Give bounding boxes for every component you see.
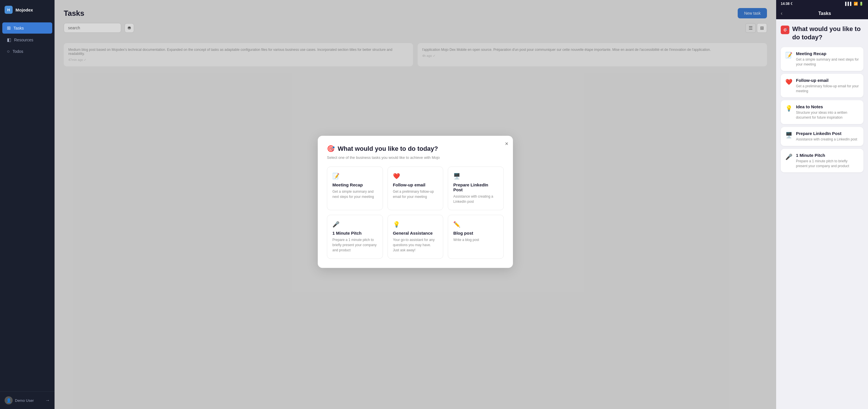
task-card-desc-linkedin-post: Assistance with creating a LinkedIn post <box>453 194 498 204</box>
phone-content: 🎯 What would you like to do today? 📝 Mee… <box>776 19 868 409</box>
sidebar-item-resources-label: Resources <box>14 38 33 42</box>
todos-icon: ○ <box>7 49 10 54</box>
task-card-title-meeting-recap: Meeting Recap <box>332 182 377 187</box>
task-selection-modal: × 🎯 What would you like to do today? Sel… <box>318 136 513 268</box>
tasks-icon: ⊞ <box>7 25 11 31</box>
app-name: Mojodex <box>16 7 33 12</box>
phone-task-desc-idea-to-notes: Structure your ideas into a written docu… <box>796 110 859 120</box>
phone-task-title-followup-email: Follow-up email <box>796 78 859 83</box>
task-card-title-linkedin-post: Prepare LinkedIn Post <box>453 182 498 192</box>
app-logo-icon: H <box>5 6 12 14</box>
modal-subtitle: Select one of the business tasks you wou… <box>327 155 504 160</box>
phone-task-icon-followup-email: ❤️ <box>785 79 793 85</box>
phone-nav: ‹ Tasks <box>776 7 868 19</box>
phone-task-item-idea-to-notes[interactable]: 💡 Idea to Notes Structure your ideas int… <box>781 100 863 124</box>
phone-task-info-linkedin-post: Prepare LinkedIn Post Assistance with cr… <box>796 131 857 142</box>
task-card-desc-minute-pitch: Prepare a 1 minute pitch to briefly pres… <box>332 237 377 253</box>
phone-nav-title: Tasks <box>786 11 863 16</box>
task-card-desc-followup-email: Get a preliminary follow-up email for yo… <box>393 189 438 199</box>
task-card-icon-linkedin-post: 🖥️ <box>453 173 498 179</box>
task-card-desc-general-assistance: Your go-to assistant for any questions y… <box>393 237 438 253</box>
task-card-minute-pitch[interactable]: 🎤 1 Minute Pitch Prepare a 1 minute pitc… <box>327 215 383 259</box>
phone-task-info-minute-pitch: 1 Minute Pitch Prepare a 1 minute pitch … <box>796 153 859 169</box>
sidebar-item-tasks-label: Tasks <box>13 26 24 30</box>
logout-button[interactable]: → <box>45 398 50 403</box>
sidebar: H Mojodex ⊞ Tasks ◧ Resources ○ Todos 👤 … <box>0 0 55 409</box>
task-card-icon-followup-email: ❤️ <box>393 173 438 179</box>
task-card-title-followup-email: Follow-up email <box>393 182 438 187</box>
modal-close-button[interactable]: × <box>505 141 508 147</box>
task-card-icon-general-assistance: 💡 <box>393 221 438 228</box>
phone-task-icon-meeting-recap: 📝 <box>785 52 793 59</box>
wifi-icon: 📶 <box>854 2 858 6</box>
phone-task-desc-minute-pitch: Prepare a 1 minute pitch to briefly pres… <box>796 159 859 169</box>
phone-task-title-meeting-recap: Meeting Recap <box>796 51 859 56</box>
phone-task-info-followup-email: Follow-up email Get a preliminary follow… <box>796 78 859 94</box>
sidebar-item-resources[interactable]: ◧ Resources <box>2 34 52 46</box>
modal-icon: 🎯 <box>327 145 335 152</box>
task-card-title-general-assistance: General Assistance <box>393 231 438 235</box>
task-card-desc-meeting-recap: Get a simple summary and next steps for … <box>332 189 377 199</box>
task-card-desc-blog-post: Write a blog post <box>453 237 498 242</box>
phone-task-icon-linkedin-post: 🖥️ <box>785 132 793 139</box>
phone-status-bar: 14:38 ☾ ▌▌▌ 📶 🔋 <box>776 0 868 7</box>
task-card-icon-minute-pitch: 🎤 <box>332 221 377 228</box>
phone-task-info-meeting-recap: Meeting Recap Get a simple summary and n… <box>796 51 859 67</box>
phone-task-item-minute-pitch[interactable]: 🎤 1 Minute Pitch Prepare a 1 minute pitc… <box>781 149 863 173</box>
phone-task-title-linkedin-post: Prepare LinkedIn Post <box>796 131 857 136</box>
sidebar-footer: 👤 Demo User → <box>0 391 55 409</box>
task-card-followup-email[interactable]: ❤️ Follow-up email Get a preliminary fol… <box>388 167 443 210</box>
task-card-meeting-recap[interactable]: 📝 Meeting Recap Get a simple summary and… <box>327 167 383 210</box>
user-name: Demo User <box>15 398 34 403</box>
phone-header-section: 🎯 What would you like to do today? <box>781 25 863 41</box>
task-card-linkedin-post[interactable]: 🖥️ Prepare LinkedIn Post Assistance with… <box>448 167 504 210</box>
phone-task-info-idea-to-notes: Idea to Notes Structure your ideas into … <box>796 104 859 120</box>
sidebar-item-tasks[interactable]: ⊞ Tasks <box>2 22 52 34</box>
phone-task-item-meeting-recap[interactable]: 📝 Meeting Recap Get a simple summary and… <box>781 47 863 71</box>
sidebar-logo: H Mojodex <box>0 0 55 20</box>
resources-icon: ◧ <box>7 37 11 42</box>
phone-panel: 14:38 ☾ ▌▌▌ 📶 🔋 ‹ Tasks 🎯 What would you… <box>776 0 868 409</box>
avatar: 👤 <box>5 397 12 404</box>
task-card-title-minute-pitch: 1 Minute Pitch <box>332 231 377 235</box>
phone-task-icon-idea-to-notes: 💡 <box>785 105 793 112</box>
sidebar-item-todos[interactable]: ○ Todos <box>2 46 52 57</box>
status-right: ▌▌▌ 📶 🔋 <box>845 2 863 6</box>
task-card-icon-meeting-recap: 📝 <box>332 173 377 179</box>
phone-task-title-minute-pitch: 1 Minute Pitch <box>796 153 859 158</box>
task-card-blog-post[interactable]: ✏️ Blog post Write a blog post <box>448 215 504 259</box>
phone-task-item-linkedin-post[interactable]: 🖥️ Prepare LinkedIn Post Assistance with… <box>781 127 863 146</box>
sidebar-item-todos-label: Todos <box>12 49 23 54</box>
phone-task-title-idea-to-notes: Idea to Notes <box>796 104 859 109</box>
task-grid: 📝 Meeting Recap Get a simple summary and… <box>327 167 504 259</box>
user-info: 👤 Demo User <box>5 397 34 404</box>
task-card-general-assistance[interactable]: 💡 General Assistance Your go-to assistan… <box>388 215 443 259</box>
task-card-title-blog-post: Blog post <box>453 231 498 235</box>
phone-time: 14:38 ☾ <box>781 2 794 6</box>
phone-task-desc-meeting-recap: Get a simple summary and next steps for … <box>796 57 859 67</box>
main-area: Tasks New task ⛃ ☰ ⊞ Medium blog post ba… <box>55 0 776 409</box>
battery-icon: 🔋 <box>859 2 863 6</box>
signal-icon: ▌▌▌ <box>845 2 852 6</box>
phone-main-title: What would you like to do today? <box>792 25 863 41</box>
modal-title: What would you like to do today? <box>338 145 438 152</box>
phone-task-list: 📝 Meeting Recap Get a simple summary and… <box>781 47 863 172</box>
phone-task-desc-followup-email: Get a preliminary follow-up email for yo… <box>796 84 859 94</box>
phone-task-desc-linkedin-post: Assistance with creating a LinkedIn post <box>796 137 857 142</box>
sidebar-nav: ⊞ Tasks ◧ Resources ○ Todos <box>0 20 55 391</box>
task-card-icon-blog-post: ✏️ <box>453 221 498 228</box>
phone-logo-icon: 🎯 <box>781 26 789 34</box>
phone-task-icon-minute-pitch: 🎤 <box>785 153 793 160</box>
phone-task-item-followup-email[interactable]: ❤️ Follow-up email Get a preliminary fol… <box>781 74 863 98</box>
phone-back-button[interactable]: ‹ <box>781 10 782 17</box>
modal-header: 🎯 What would you like to do today? <box>327 145 504 154</box>
